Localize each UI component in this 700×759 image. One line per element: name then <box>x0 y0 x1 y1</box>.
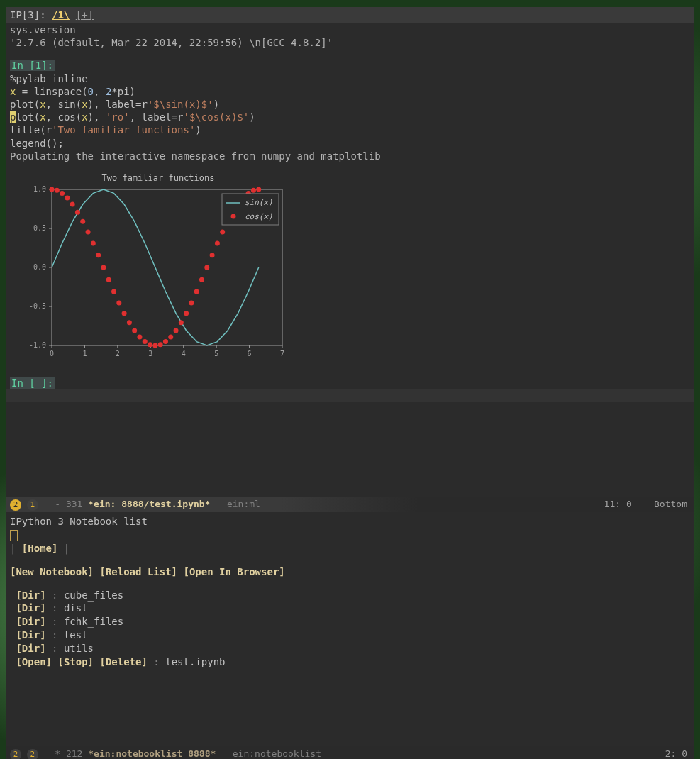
svg-text:0.5: 0.5 <box>33 224 46 232</box>
svg-text:0: 0 <box>50 350 54 358</box>
svg-text:6: 6 <box>248 350 252 358</box>
notebook-pane: IP[3]: /1\ [+] sys.version '2.7.6 (defau… <box>6 7 694 497</box>
cell0-line1: sys.version <box>10 23 690 36</box>
modeline-bottom: 2 2 * 212 *ein:notebooklist 8888* ein:no… <box>6 746 694 759</box>
svg-point-32 <box>70 201 75 206</box>
scroll-pos: Bottom <box>654 499 687 509</box>
cell0-line2: '2.7.6 (default, Mar 22 2014, 22:59:56) … <box>10 36 690 49</box>
svg-text:-0.5: -0.5 <box>29 302 46 310</box>
cell1-l2[interactable]: x = linspace(0, 2*pi) <box>10 85 690 98</box>
cursor-pos-2: 2: 0 <box>665 748 687 759</box>
svg-point-59 <box>210 253 215 257</box>
svg-point-33 <box>75 210 80 215</box>
dir-link[interactable]: [Dir] <box>16 616 45 627</box>
svg-point-36 <box>91 240 96 245</box>
new-notebook-button[interactable]: [New Notebook] <box>10 566 94 577</box>
cell1-prompt: In [1]: <box>10 60 55 71</box>
svg-point-39 <box>106 277 111 282</box>
svg-point-30 <box>60 191 65 196</box>
cursor-pos: 11: 0 <box>604 499 632 509</box>
cell2-prompt[interactable]: In [ ]: <box>10 377 55 389</box>
tab-bar: IP[3]: /1\ [+] <box>6 7 694 23</box>
svg-point-42 <box>122 311 127 316</box>
nb-filename: test.ipynb <box>165 656 225 667</box>
badge-b2: 2 <box>27 749 38 760</box>
svg-point-48 <box>152 343 157 348</box>
svg-point-54 <box>184 311 189 316</box>
cursor-box <box>10 530 18 541</box>
svg-text:4: 4 <box>182 350 186 358</box>
major-mode: ein:ml <box>227 499 260 509</box>
svg-point-61 <box>220 229 225 234</box>
nblist-title: IPython 3 Notebook list <box>10 515 690 528</box>
svg-text:2: 2 <box>116 350 120 358</box>
svg-point-35 <box>86 229 91 234</box>
cell1-l1[interactable]: %pylab inline <box>10 72 690 85</box>
open-nb-button[interactable]: [Open] <box>16 656 52 667</box>
svg-point-57 <box>199 277 204 282</box>
tab-prefix: IP[3]: <box>10 9 52 21</box>
svg-text:5: 5 <box>214 350 218 358</box>
svg-point-51 <box>168 334 173 339</box>
notebooklist-pane: IPython 3 Notebook list | [Home] | [New … <box>6 512 694 746</box>
buffer-name-2: *ein:notebooklist 8888* <box>88 748 216 759</box>
svg-point-55 <box>189 300 194 305</box>
dir-name: cube_files <box>64 589 123 601</box>
cell2-empty[interactable] <box>6 389 694 402</box>
cell1-l4[interactable]: plot(x, cos(x), 'ro', label=r'$\cos(x)$'… <box>10 111 690 123</box>
svg-point-44 <box>132 328 137 333</box>
dir-name: utils <box>64 643 94 654</box>
cell1-output: Populating the interactive namespace fro… <box>10 150 690 162</box>
svg-point-60 <box>215 240 220 245</box>
svg-point-68 <box>256 187 261 192</box>
svg-point-43 <box>127 320 132 325</box>
svg-text:1.0: 1.0 <box>33 185 46 193</box>
tab-add[interactable]: [+] <box>76 9 94 21</box>
svg-point-31 <box>65 195 70 200</box>
svg-point-47 <box>148 342 152 347</box>
svg-text:-1.0: -1.0 <box>29 341 46 349</box>
svg-point-46 <box>143 339 148 344</box>
cell1-l6[interactable]: legend(); <box>10 137 690 150</box>
svg-point-29 <box>55 188 60 193</box>
tab-active[interactable]: /1\ <box>52 9 70 21</box>
svg-point-37 <box>96 253 101 257</box>
svg-point-52 <box>174 328 179 333</box>
delete-nb-button[interactable]: [Delete] <box>99 656 147 667</box>
svg-point-41 <box>116 300 121 305</box>
svg-point-53 <box>179 320 184 325</box>
reload-list-button[interactable]: [Reload List] <box>99 566 177 577</box>
svg-point-28 <box>50 187 55 192</box>
svg-point-40 <box>111 289 116 294</box>
badge-b1: 2 <box>10 749 21 760</box>
dir-link[interactable]: [Dir] <box>16 629 45 641</box>
svg-text:7: 7 <box>280 350 284 358</box>
svg-text:sin(x): sin(x) <box>245 198 273 207</box>
badge-window-2: 2 <box>10 499 21 511</box>
svg-text:3: 3 <box>148 350 152 358</box>
svg-point-50 <box>163 339 168 344</box>
svg-text:0.0: 0.0 <box>33 263 46 271</box>
major-mode-2: ein:notebooklist <box>233 748 321 759</box>
dir-link[interactable]: [Dir] <box>16 602 45 614</box>
modeline-top: 2 1 - 331 *ein: 8888/test.ipynb* ein:ml … <box>6 497 694 512</box>
home-link[interactable]: [Home] <box>22 543 58 554</box>
stop-nb-button[interactable]: [Stop] <box>57 656 94 667</box>
dir-link[interactable]: [Dir] <box>16 643 45 654</box>
cell1-l5[interactable]: title(r'Two familiar functions') <box>10 123 690 136</box>
dir-name: dist <box>64 602 88 614</box>
svg-text:1: 1 <box>82 350 87 358</box>
dir-link[interactable]: [Dir] <box>16 589 45 601</box>
dir-name: test <box>64 629 88 641</box>
svg-point-58 <box>204 265 209 270</box>
cell1-l3[interactable]: plot(x, sin(x), label=r'$\sin(x)$') <box>10 98 690 111</box>
svg-point-34 <box>80 219 85 224</box>
svg-point-38 <box>101 265 106 270</box>
open-browser-button[interactable]: [Open In Browser] <box>183 566 284 577</box>
badge-window-1: 1 <box>27 499 38 511</box>
svg-point-56 <box>194 289 199 294</box>
svg-point-45 <box>137 334 142 339</box>
notebook-content[interactable]: sys.version '2.7.6 (default, Mar 22 2014… <box>6 23 694 402</box>
svg-text:Two familiar functions: Two familiar functions <box>102 173 215 183</box>
chart-output: Two familiar functions01234567-1.0-0.50.… <box>13 168 289 367</box>
